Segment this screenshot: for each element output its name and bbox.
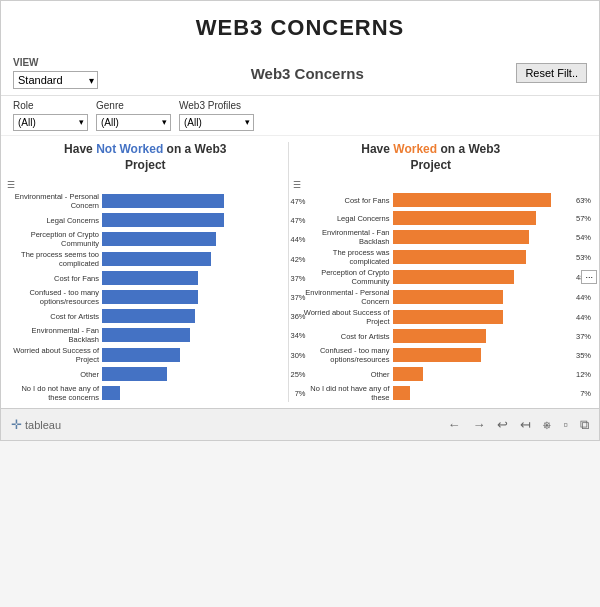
left-bar-row: The process seems too complicated42%	[7, 250, 284, 268]
filter-genre-select[interactable]: (All)	[96, 114, 171, 131]
right-bar-fill	[393, 193, 552, 207]
left-bar-fill	[102, 309, 195, 323]
right-bar-track: 57%	[393, 211, 570, 225]
nav-fullscreen-icon[interactable]: ▫	[563, 417, 568, 432]
left-bar-label: Environmental - Fan Backlash	[7, 326, 102, 344]
left-bar-fill	[102, 213, 224, 227]
filter-role-select[interactable]: (All)	[13, 114, 88, 131]
right-bar-fill	[393, 310, 504, 324]
left-bar-fill	[102, 290, 198, 304]
filter-web3-wrapper[interactable]: (All)	[179, 112, 254, 131]
right-bar-fill	[393, 348, 481, 362]
left-bar-label: No I do not have any of these concerns	[7, 384, 102, 402]
left-bar-row: Perception of Crypto Community44%	[7, 230, 284, 248]
tableau-icon: ✛	[11, 417, 22, 432]
nav-home-icon[interactable]: ↤	[520, 417, 531, 432]
left-bar-label: Worried about Success of Project	[7, 346, 102, 364]
right-bar-pct: 7%	[580, 389, 591, 398]
reset-filter-button[interactable]: Reset Filt..	[516, 63, 587, 83]
right-bar-row: Confused - too many options/resources35%	[293, 346, 570, 364]
left-bar-fill	[102, 367, 167, 381]
left-bar-row: Other25%	[7, 366, 284, 382]
right-bar-pct: 12%	[576, 370, 591, 379]
left-bar-label: Perception of Crypto Community	[7, 230, 102, 248]
filter-web3-select[interactable]: (All)	[179, 114, 254, 131]
charts-container: Have Not Worked on a Web3Project ☰ Envir…	[1, 136, 599, 408]
right-bar-label: Cost for Fans	[293, 196, 393, 205]
filter-web3-group: Web3 Profiles (All)	[179, 100, 254, 131]
right-bar-fill	[393, 329, 486, 343]
left-chart-panel: Have Not Worked on a Web3Project ☰ Envir…	[1, 136, 288, 408]
right-bar-label: No I did not have any of these	[293, 384, 393, 402]
filter-role-group: Role (All)	[13, 100, 88, 131]
left-bar-fill	[102, 252, 211, 266]
filter-web3-label: Web3 Profiles	[179, 100, 254, 111]
nav-refresh-icon[interactable]: ↩	[497, 417, 508, 432]
right-bar-label: Confused - too many options/resources	[293, 346, 393, 364]
nav-back-icon[interactable]: ←	[447, 417, 460, 432]
left-bar-label: Other	[7, 370, 102, 379]
right-bar-label: Environmental - Fan Backlash	[293, 228, 393, 246]
left-bar-track: 42%	[102, 252, 284, 266]
left-bar-fill	[102, 328, 190, 342]
filter-genre-wrapper[interactable]: (All)	[96, 112, 171, 131]
view-select-wrapper[interactable]: Standard	[13, 70, 98, 89]
filter-role-wrapper[interactable]: (All)	[13, 112, 88, 131]
nav-forward-icon[interactable]: →	[472, 417, 485, 432]
right-bar-fill	[393, 250, 527, 264]
controls-area: VIEW Standard Web3 Concerns Reset Filt..	[1, 51, 599, 96]
left-sort-icon: ☰	[7, 180, 284, 190]
right-bar-row: Perception of Crypto Community···48%	[293, 268, 570, 286]
left-bars-container: Environmental - Personal Concern47%Legal…	[7, 192, 284, 402]
left-bar-fill	[102, 194, 224, 208]
left-bar-label: Cost for Artists	[7, 312, 102, 321]
left-bar-track: 34%	[102, 328, 284, 342]
right-bar-track: 7%	[393, 386, 570, 400]
right-bar-pct: 37%	[576, 332, 591, 341]
view-section: VIEW Standard	[13, 57, 98, 89]
right-bar-track: 12%	[393, 367, 570, 381]
right-bar-pct: 44%	[576, 313, 591, 322]
left-bar-label: Legal Concerns	[7, 216, 102, 225]
right-bar-pct: 53%	[576, 253, 591, 262]
right-bar-label: Cost for Artists	[293, 332, 393, 341]
view-select[interactable]: Standard	[13, 71, 98, 89]
left-bar-track: 7%	[102, 386, 284, 400]
page-wrapper: WEB3 CONCERNS VIEW Standard Web3 Concern…	[0, 0, 600, 441]
left-bar-track: 37%	[102, 290, 284, 304]
right-highlight: Worked	[393, 142, 437, 156]
left-highlight: Not Worked	[96, 142, 163, 156]
right-panel-title: Have Worked on a Web3Project	[293, 142, 570, 176]
left-bar-fill	[102, 348, 180, 362]
right-bar-fill	[393, 270, 514, 284]
right-bar-fill	[393, 230, 529, 244]
right-bar-fill	[393, 367, 423, 381]
left-bar-label: The process seems too complicated	[7, 250, 102, 268]
left-bar-track: 47%	[102, 213, 284, 227]
right-bar-label: Worried about Success of Project	[293, 308, 393, 326]
right-bar-track: 44%	[393, 290, 570, 304]
left-bar-fill	[102, 271, 198, 285]
left-bar-row: Cost for Fans37%	[7, 270, 284, 286]
right-bar-pct: 35%	[576, 351, 591, 360]
right-bar-row: Environmental - Fan Backlash54%	[293, 228, 570, 246]
filter-genre-label: Genre	[96, 100, 171, 111]
right-bar-pct: 54%	[576, 233, 591, 242]
right-bar-track: 35%	[393, 348, 570, 362]
ellipsis-badge[interactable]: ···	[581, 270, 597, 284]
tableau-logo: ✛ tableau	[11, 417, 61, 432]
right-bar-label: Legal Concerns	[293, 214, 393, 223]
right-bar-track: 44%	[393, 310, 570, 324]
view-label: VIEW	[13, 57, 98, 68]
right-bar-label: Perception of Crypto Community	[293, 268, 393, 286]
tableau-label: tableau	[25, 419, 61, 431]
left-bar-track: 37%	[102, 271, 284, 285]
right-bar-label: The process was complicated	[293, 248, 393, 266]
right-bar-row: No I did not have any of these7%	[293, 384, 570, 402]
right-bar-row: The process was complicated53%	[293, 248, 570, 266]
nav-expand-icon[interactable]: ⧉	[580, 417, 589, 433]
right-bar-row: Cost for Artists37%	[293, 328, 570, 344]
right-bar-track: 63%	[393, 193, 570, 207]
nav-share-icon[interactable]: ⎈	[543, 417, 551, 432]
right-bar-fill	[393, 386, 411, 400]
